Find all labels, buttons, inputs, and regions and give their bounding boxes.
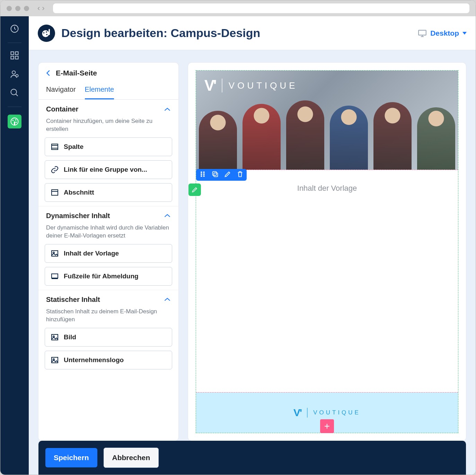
footer-brand-name: VOUTIQUE	[313, 409, 361, 416]
svg-rect-3	[11, 56, 14, 59]
svg-point-11	[16, 122, 17, 123]
svg-rect-4	[15, 56, 18, 59]
bottom-action-bar: Speichern Abbrechen	[38, 441, 466, 475]
footer-logo-icon: V'	[293, 407, 301, 419]
svg-point-12	[42, 30, 49, 37]
section-container-title: Container	[46, 105, 78, 113]
nav-search-icon[interactable]	[10, 88, 19, 99]
hero-image-block[interactable]: V' VOUTIQUE	[196, 71, 458, 170]
nav-history-icon[interactable]	[10, 24, 19, 35]
svg-rect-20	[52, 251, 58, 256]
page-header: Design bearbeiten: Campus-Design Desktop	[29, 16, 476, 50]
copy-icon[interactable]	[211, 170, 219, 179]
chevron-up-icon	[164, 213, 171, 218]
tab-navigator[interactable]: Navigator	[46, 82, 76, 99]
svg-point-6	[16, 74, 18, 77]
element-column[interactable]: Spalte	[45, 137, 172, 156]
svg-point-7	[11, 89, 17, 95]
svg-point-28	[201, 172, 202, 173]
brand-name: VOUTIQUE	[229, 80, 298, 91]
window-max-dot[interactable]	[24, 6, 29, 11]
section-dynamic-header[interactable]: Dynamischer Inhalt	[38, 206, 178, 224]
design-canvas[interactable]: V' VOUTIQUE I	[188, 63, 466, 441]
column-icon	[51, 143, 59, 151]
drag-handle-icon[interactable]	[199, 170, 206, 179]
panel-back-button[interactable]: E-Mail-Seite	[38, 63, 178, 82]
footer-icon	[51, 272, 59, 280]
svg-rect-23	[52, 278, 58, 279]
chevron-left-icon	[45, 69, 52, 77]
section-container-header[interactable]: Container	[38, 100, 178, 117]
window-close-dot[interactable]	[7, 6, 12, 11]
svg-rect-34	[214, 173, 218, 177]
hero-brand: V' VOUTIQUE	[204, 77, 298, 94]
image-icon	[51, 356, 59, 364]
section-static-desc: Statischen Inhalt zu deinem E-Mail-Desig…	[38, 308, 178, 328]
save-button[interactable]: Speichern	[45, 448, 97, 467]
svg-point-15	[46, 34, 47, 35]
element-company-logo[interactable]: Unternehmenslogo	[45, 351, 172, 369]
svg-rect-16	[49, 29, 50, 35]
svg-point-30	[201, 174, 202, 175]
cancel-button[interactable]: Abbrechen	[104, 448, 159, 468]
svg-point-31	[203, 174, 204, 175]
viewport-label: Desktop	[430, 29, 459, 37]
svg-point-5	[12, 71, 15, 74]
svg-rect-17	[418, 30, 426, 35]
delete-icon[interactable]	[236, 170, 244, 179]
nav-user-icon[interactable]	[10, 69, 19, 80]
svg-point-32	[201, 176, 202, 177]
svg-point-33	[203, 176, 204, 177]
svg-rect-2	[15, 52, 18, 55]
window-titlebar: ‹ ›	[0, 0, 476, 16]
section-container-desc: Container hinzufügen, um deine Seite zu …	[38, 117, 178, 137]
edit-block-button[interactable]	[188, 183, 201, 196]
section-static-title: Statischer Inhalt	[46, 296, 100, 304]
page-title: Design bearbeiten: Campus-Design	[61, 26, 260, 40]
link-icon	[51, 165, 59, 174]
selection-toolbar	[196, 169, 247, 181]
chevron-down-icon	[462, 32, 467, 35]
app-side-nav	[0, 16, 29, 475]
edit-icon[interactable]	[224, 170, 231, 179]
chevron-up-icon	[164, 107, 171, 112]
design-app-icon	[38, 25, 55, 42]
nav-design-icon[interactable]	[8, 115, 21, 128]
section-dynamic-title: Dynamischer Inhalt	[46, 212, 110, 220]
nav-dashboard-icon[interactable]	[10, 51, 19, 62]
window-traffic-lights	[7, 6, 29, 11]
svg-rect-18	[52, 144, 58, 150]
svg-rect-24	[52, 334, 58, 340]
image-icon	[51, 249, 59, 258]
svg-point-29	[203, 172, 204, 173]
svg-point-13	[43, 32, 45, 33]
panel-back-label: E-Mail-Seite	[56, 69, 97, 77]
svg-rect-26	[52, 357, 58, 363]
template-content-placeholder[interactable]: Inhalt der Vorlage	[196, 170, 458, 393]
left-panel: E-Mail-Seite Navigator Elemente Containe…	[38, 63, 178, 441]
image-icon	[51, 333, 59, 341]
nav-forward-icon[interactable]: ›	[42, 4, 44, 13]
element-link-group[interactable]: Link für eine Gruppe von...	[45, 160, 172, 179]
section-static-header[interactable]: Statischer Inhalt	[38, 290, 178, 308]
svg-rect-1	[11, 52, 14, 55]
browser-url-bar[interactable]	[53, 3, 469, 13]
element-image[interactable]: Bild	[45, 328, 172, 347]
svg-rect-35	[213, 172, 217, 176]
chevron-up-icon	[164, 297, 171, 302]
section-dynamic-desc: Der dynamische Inhalt wird durch die Var…	[38, 224, 178, 244]
svg-rect-19	[52, 190, 58, 195]
section-icon	[51, 188, 59, 197]
tab-elements[interactable]: Elemente	[85, 82, 114, 99]
desktop-icon	[418, 29, 427, 37]
add-block-button[interactable]: +	[320, 419, 334, 433]
nav-back-icon[interactable]: ‹	[37, 4, 40, 13]
element-section[interactable]: Abschnitt	[45, 183, 172, 202]
element-template-content[interactable]: Inhalt der Vorlage	[45, 244, 172, 263]
svg-point-9	[12, 120, 14, 121]
element-unsubscribe-footer[interactable]: Fußzeile für Abmeldung	[45, 267, 172, 286]
viewport-selector[interactable]: Desktop	[418, 29, 467, 37]
browser-nav-arrows: ‹ ›	[37, 4, 45, 13]
window-min-dot[interactable]	[15, 6, 20, 11]
brand-logo-icon: V'	[204, 77, 215, 94]
